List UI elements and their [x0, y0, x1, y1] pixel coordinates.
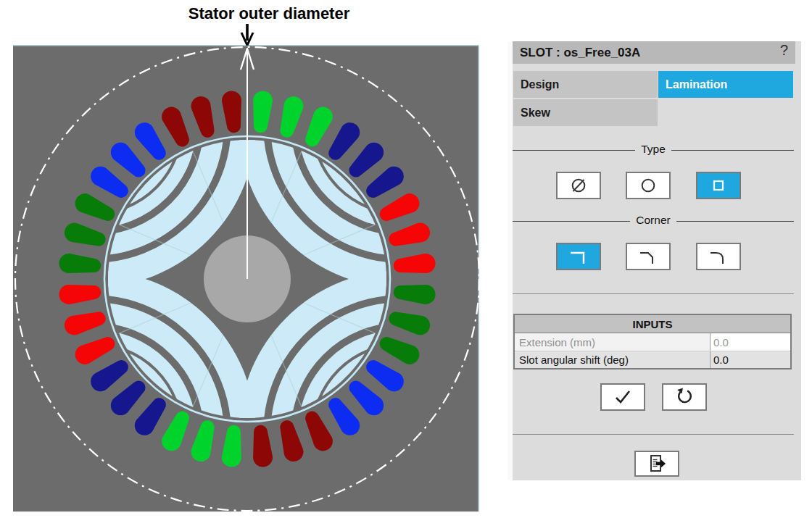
rotate-reset-icon: [675, 388, 694, 406]
extension-label: Extension (mm): [515, 333, 710, 351]
corner-round-button[interactable]: [696, 243, 741, 270]
corner-section-label: Corner: [630, 214, 676, 226]
slot-properties-panel: SLOT : os_Free_03A ? Design Lamination S…: [508, 41, 801, 480]
corner-sharp-button[interactable]: [556, 243, 601, 270]
type-section-divider: Type: [513, 150, 794, 164]
table-row: Slot angular shift (deg) 0.0: [515, 351, 790, 368]
dimension-arrow: [241, 24, 253, 46]
tab-design[interactable]: Design: [513, 71, 658, 98]
divider: [513, 434, 794, 435]
slot-angular-shift-value-field[interactable]: 0.0: [710, 351, 790, 368]
slot-angular-shift-label: Slot angular shift (deg): [515, 351, 710, 368]
chamfer-corner-icon: [636, 246, 660, 267]
slot-type-round-button[interactable]: [626, 172, 671, 199]
table-row: Extension (mm) 0.0: [515, 333, 790, 351]
inputs-table: INPUTS Extension (mm) 0.0 Slot angular s…: [513, 314, 792, 370]
sharp-corner-icon: [566, 246, 591, 267]
check-icon: [612, 388, 634, 406]
export-button[interactable]: [634, 451, 679, 477]
extension-value-field[interactable]: 0.0: [710, 333, 790, 351]
help-button[interactable]: ?: [780, 42, 788, 59]
divider: [513, 293, 794, 294]
export-document-icon: [645, 453, 669, 475]
tab-skew[interactable]: Skew: [513, 99, 658, 126]
circle-slash-icon: [568, 176, 589, 195]
round-corner-icon: [706, 246, 731, 267]
slot-type-none-button[interactable]: [556, 172, 601, 199]
motor-cross-section: Stator outer diameter: [0, 0, 493, 526]
annotation-label: Stator outer diameter: [188, 4, 350, 22]
app-window: Stator outer diameter SLOT : os_Free_03A…: [0, 0, 812, 526]
type-section-label: Type: [635, 143, 671, 155]
panel-title: SLOT : os_Free_03A: [520, 46, 640, 60]
corner-chamfer-button[interactable]: [626, 243, 671, 270]
circle-icon: [637, 176, 659, 195]
inputs-table-header: INPUTS: [515, 315, 790, 333]
reset-button[interactable]: [662, 383, 707, 411]
apply-button[interactable]: [600, 383, 645, 411]
slot-type-square-button[interactable]: [696, 172, 741, 199]
corner-section-divider: Corner: [513, 221, 794, 235]
square-icon: [708, 176, 729, 195]
panel-header: SLOT : os_Free_03A ?: [513, 41, 795, 64]
tab-lamination[interactable]: Lamination: [658, 71, 793, 98]
